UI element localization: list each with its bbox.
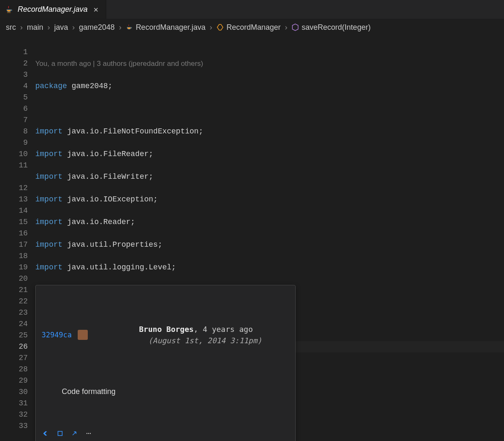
code-line[interactable]: import java.io.Reader; xyxy=(35,217,504,228)
line-number[interactable]: 4 xyxy=(0,81,28,92)
code-line[interactable]: import java.io.FileNotFoundException; xyxy=(35,126,504,137)
crumb-java[interactable]: java xyxy=(54,23,68,32)
chevron-right-icon: › xyxy=(70,23,77,32)
java-icon xyxy=(5,5,13,14)
svg-point-1 xyxy=(87,433,87,434)
line-number[interactable]: 13 xyxy=(0,194,28,205)
open-file-icon[interactable] xyxy=(68,428,80,438)
prev-change-icon[interactable] xyxy=(40,428,52,438)
code-editor[interactable]: 1 2 3 4 5 6 7 8 9 10 11 12 13 14 15 16 1… xyxy=(0,35,504,441)
line-number[interactable]: 27 xyxy=(0,352,28,364)
editor-tab[interactable]: RecordManager.java × xyxy=(0,0,106,19)
line-number[interactable]: 1 xyxy=(0,47,28,58)
svg-point-2 xyxy=(88,433,89,434)
code-line[interactable] xyxy=(35,103,504,115)
line-number[interactable]: 8 xyxy=(0,126,28,137)
chevron-right-icon: › xyxy=(18,23,25,32)
author-name: Bruno Borges xyxy=(139,325,194,334)
chevron-right-icon: › xyxy=(207,23,215,32)
line-number[interactable]: 10 xyxy=(0,149,28,160)
line-number[interactable]: 33 xyxy=(0,420,28,432)
line-number[interactable]: 24 xyxy=(0,318,28,330)
tab-bar: RecordManager.java × xyxy=(0,0,504,19)
code-line[interactable]: package game2048; xyxy=(35,81,504,92)
line-number[interactable]: 15 xyxy=(0,217,28,228)
line-number[interactable]: 7 xyxy=(0,115,28,126)
chevron-right-icon: › xyxy=(116,23,124,32)
line-number[interactable]: 9 xyxy=(0,137,28,149)
commit-hash-link[interactable]: 32949ca xyxy=(42,329,72,341)
crumb-method[interactable]: saveRecord(Integer) xyxy=(291,23,370,32)
class-icon xyxy=(216,23,224,31)
chevron-right-icon: › xyxy=(45,23,52,32)
line-number[interactable]: 6 xyxy=(0,103,28,115)
code-line[interactable]: import java.util.Properties; xyxy=(35,239,504,251)
code-line[interactable]: import java.io.FileWriter; xyxy=(35,171,504,183)
line-number[interactable]: 17 xyxy=(0,239,28,251)
commit-message: Code formatting xyxy=(36,381,295,403)
line-number[interactable]: 18 xyxy=(0,251,28,262)
crumb-game2048[interactable]: game2048 xyxy=(79,23,115,32)
java-icon xyxy=(126,23,133,31)
gitlens-hover-card: 32949ca Bruno Borges, 4 years ago (Augus… xyxy=(35,285,296,441)
line-number[interactable]: 2 xyxy=(0,58,28,69)
method-icon xyxy=(291,23,299,31)
avatar xyxy=(78,330,88,340)
line-number[interactable]: 31 xyxy=(0,398,28,409)
line-number[interactable]: 12 xyxy=(0,183,28,194)
line-number[interactable]: 16 xyxy=(0,228,28,239)
tab-filename: RecordManager.java xyxy=(18,5,87,14)
code-area[interactable]: You, a month ago | 3 authors (jperedadnr… xyxy=(35,35,504,441)
crumb-file[interactable]: RecordManager.java xyxy=(126,23,205,32)
commit-timestamp: (August 1st, 2014 3:11pm) xyxy=(148,336,262,345)
svg-point-3 xyxy=(90,433,91,434)
crumb-class[interactable]: RecordManager xyxy=(216,23,281,32)
close-icon[interactable]: × xyxy=(92,5,100,15)
line-gutter: 1 2 3 4 5 6 7 8 9 10 11 12 13 14 15 16 1… xyxy=(0,35,35,441)
line-number[interactable]: 29 xyxy=(0,375,28,386)
chevron-right-icon: › xyxy=(282,23,290,32)
open-changes-icon[interactable] xyxy=(54,428,66,438)
commit-ago: 4 years ago xyxy=(203,325,253,334)
line-number[interactable]: 26 xyxy=(0,341,28,352)
gitlens-blame-annotation: You, a month ago | 3 authors (jperedadnr… xyxy=(35,58,504,69)
crumb-src[interactable]: src xyxy=(6,23,16,32)
crumb-main[interactable]: main xyxy=(27,23,43,32)
line-number[interactable]: 23 xyxy=(0,307,28,318)
line-number[interactable]: 28 xyxy=(0,364,28,375)
line-number[interactable]: 11 xyxy=(0,160,28,171)
line-number[interactable]: 14 xyxy=(0,205,28,217)
code-line[interactable]: import java.io.FileReader; xyxy=(35,149,504,160)
code-line[interactable]: import java.io.IOException; xyxy=(35,194,504,205)
svg-rect-0 xyxy=(58,431,62,436)
code-line[interactable]: import java.util.logging.Level; xyxy=(35,262,504,273)
breadcrumbs: src › main › java › game2048 › RecordMan… xyxy=(0,19,504,35)
line-number[interactable]: 20 xyxy=(0,273,28,284)
line-number[interactable]: 22 xyxy=(0,296,28,307)
line-number[interactable]: 25 xyxy=(0,330,28,341)
more-actions-icon[interactable] xyxy=(83,428,94,438)
hover-actions xyxy=(36,426,295,441)
line-number[interactable]: 32 xyxy=(0,409,28,420)
line-number[interactable]: 21 xyxy=(0,284,28,296)
line-number[interactable]: 19 xyxy=(0,262,28,273)
line-number[interactable]: 3 xyxy=(0,69,28,81)
line-number[interactable]: 5 xyxy=(0,92,28,103)
line-number[interactable]: 30 xyxy=(0,386,28,398)
